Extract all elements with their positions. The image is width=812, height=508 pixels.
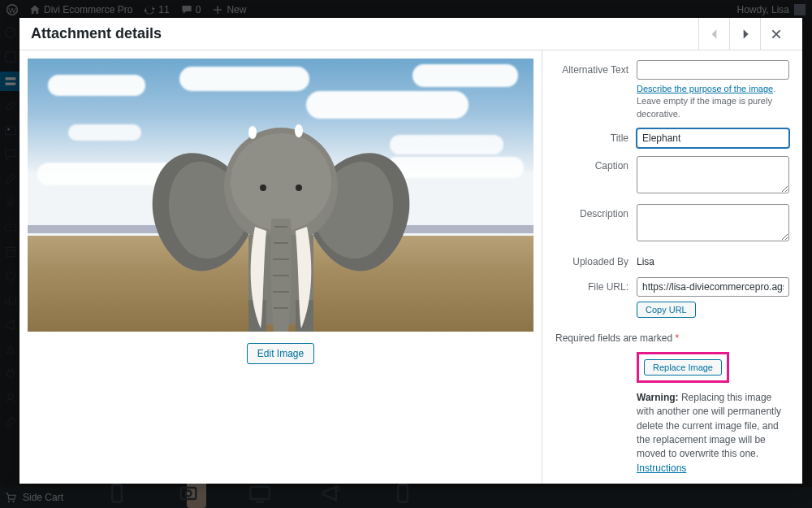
attachment-details-modal: Attachment details: [19, 18, 802, 484]
copy-url-button[interactable]: Copy URL: [637, 302, 696, 318]
next-attachment-button[interactable]: [729, 18, 760, 50]
svg-point-20: [231, 133, 331, 231]
description-input[interactable]: [637, 204, 789, 241]
close-modal-button[interactable]: [760, 18, 791, 50]
required-fields-note: Required fields are marked *: [555, 332, 789, 344]
title-label: Title: [555, 128, 628, 145]
edit-image-button[interactable]: Edit Image: [247, 343, 314, 364]
file-url-label: File URL:: [555, 277, 628, 294]
caption-input[interactable]: [637, 156, 789, 193]
replace-warning: Warning: Replacing this image with anoth…: [637, 391, 789, 475]
uploaded-by-label: Uploaded By: [555, 252, 628, 269]
svg-point-24: [260, 185, 266, 191]
svg-point-26: [248, 126, 257, 139]
attachment-footer-links: View attachment page | Edit more details…: [555, 475, 789, 484]
svg-point-27: [295, 124, 303, 137]
prev-attachment-button[interactable]: [698, 18, 729, 50]
instructions-link[interactable]: Instructions: [637, 462, 686, 474]
modal-title: Attachment details: [31, 25, 162, 42]
description-label: Description: [555, 204, 628, 221]
alt-text-help: Describe the purpose of the image. Leave…: [637, 83, 789, 120]
title-input[interactable]: [637, 128, 789, 148]
uploaded-by-value: Lisa: [637, 252, 789, 267]
preview-pane: Edit Image: [19, 50, 542, 484]
svg-point-25: [296, 185, 302, 191]
alt-text-label: Alternative Text: [555, 60, 628, 77]
alt-text-input[interactable]: [637, 60, 789, 80]
details-pane: Alternative Text Describe the purpose of…: [542, 50, 802, 484]
replace-image-button[interactable]: Replace Image: [644, 359, 722, 376]
file-url-input[interactable]: [637, 277, 789, 297]
replace-image-highlight: Replace Image: [637, 352, 729, 383]
attachment-image: [28, 59, 533, 332]
caption-label: Caption: [555, 156, 628, 173]
alt-help-link[interactable]: Describe the purpose of the image: [637, 84, 773, 93]
modal-header: Attachment details: [19, 18, 802, 50]
